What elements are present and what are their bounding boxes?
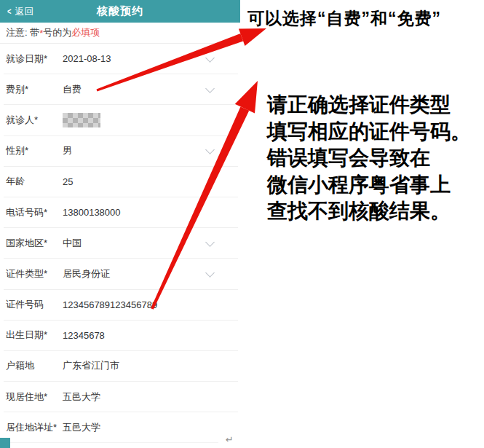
form-row[interactable]: 国家地区*中国 [4,228,238,259]
annotation-note-id-line: 填写相应的证件号码。 [267,119,471,146]
field-value[interactable]: 自费 [63,83,82,96]
field-label: 费别* [4,83,63,96]
field-value[interactable]: 居民身份证 [63,267,110,280]
field-label: 出生日期* [4,329,63,342]
field-value[interactable]: 13800138000 [63,207,121,218]
form-row: 出生日期*12345678 [4,321,238,351]
chevron-down-icon[interactable] [205,53,215,63]
form-row: 就诊人* [4,105,238,135]
annotation-note-id-line: 微信小程序粤省事上 [267,172,471,199]
field-value[interactable]: 123456789123456789 [63,299,157,310]
screenshot-root: < 返回 核酸预约 注意: 带*号的为必填项 就诊日期*2021-08-13费别… [0,0,484,448]
form-row[interactable]: 证件类型*居民身份证 [4,259,238,289]
chevron-down-icon[interactable] [205,145,215,154]
notice-middle: 号的为 [43,26,71,39]
form-row: 户籍地广东省江门市 [4,351,238,382]
form-row: 年龄25 [4,167,238,197]
field-label: 证件号码 [4,298,63,311]
field-label: 国家地区* [4,237,63,250]
required-fields-notice: 注意: 带*号的为必填项 [0,23,239,44]
form-rows: 就诊日期*2021-08-13费别*自费就诊人*性别*男年龄25电话号码*138… [0,44,242,443]
next-section-header-partial [0,438,10,448]
field-label: 居住地详址* [4,421,63,434]
form-row: 电话号码*13800138000 [4,197,238,228]
field-value[interactable]: 五邑大学 [63,390,100,404]
field-value[interactable]: 12345678 [63,330,105,341]
return-arrow-glyph: ↵ [226,434,234,445]
appointment-form-panel: < 返回 核酸预约 注意: 带*号的为必填项 就诊日期*2021-08-13费别… [0,0,242,448]
redacted-patient-name[interactable] [63,113,100,127]
field-value[interactable]: 25 [63,176,73,187]
field-label: 证件类型* [4,267,63,280]
app-header: < 返回 核酸预约 [0,0,240,23]
chevron-down-icon[interactable] [205,84,215,93]
chevron-down-icon[interactable] [205,268,215,278]
notice-prefix: 注意: 带 [6,26,39,39]
field-label: 现居住地* [4,390,63,404]
field-label: 就诊人* [4,114,63,127]
field-value[interactable]: 五邑大学 [63,421,100,434]
notice-required-text: 必填项 [71,26,100,39]
field-value[interactable]: 2021-08-13 [63,53,111,64]
form-row[interactable]: 性别*男 [4,136,238,167]
annotation-note-id-line: 查找不到核酸结果。 [267,198,471,225]
field-value[interactable]: 中国 [63,237,82,250]
page-title: 核酸预约 [0,4,240,18]
field-label: 就诊日期* [4,52,63,66]
field-label: 性别* [4,144,63,157]
field-value[interactable]: 男 [63,144,72,157]
field-value[interactable]: 广东省江门市 [63,359,119,372]
annotation-note-id: 请正确选择证件类型 填写相应的证件号码。 错误填写会导致在 微信小程序粤省事上 … [267,92,471,225]
form-row: 居住地详址*五邑大学 [4,412,218,443]
field-label: 电话号码* [4,206,63,219]
field-label: 户籍地 [4,359,63,372]
annotation-note-fee: 可以选择“自费”和“免费” [247,7,482,30]
form-row[interactable]: 就诊日期*2021-08-13 [4,44,238,74]
form-row: 证件号码123456789123456789 [4,290,238,321]
form-row[interactable]: 费别*自费 [4,74,238,105]
chevron-down-icon[interactable] [205,237,215,247]
field-label: 年龄 [4,175,63,188]
annotation-note-id-line: 请正确选择证件类型 [267,92,471,119]
form-row: 现居住地*五邑大学 [4,382,238,412]
annotation-note-id-line: 错误填写会导致在 [267,145,471,172]
